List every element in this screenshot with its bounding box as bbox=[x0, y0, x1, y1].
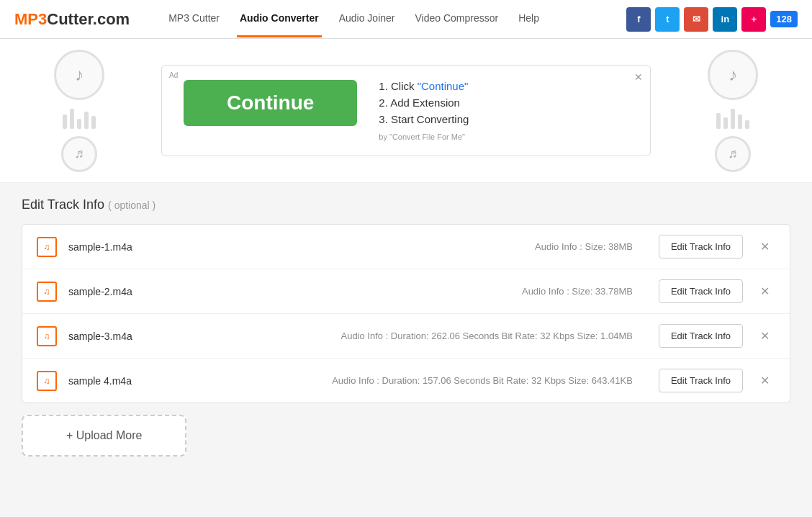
nav-help[interactable]: Help bbox=[515, 1, 542, 37]
navbar: MP3Cutter.com MP3 Cutter Audio Converter… bbox=[0, 0, 812, 39]
remove-button-3[interactable]: ✕ bbox=[754, 371, 775, 390]
music-icon-right: ♪ bbox=[708, 50, 758, 100]
share-counter: 128 bbox=[770, 11, 798, 27]
file-name-3: sample 4.m4a bbox=[68, 375, 169, 387]
logo: MP3Cutter.com bbox=[14, 10, 130, 29]
file-info-2: Audio Info : Duration: 262.06 Seconds Bi… bbox=[181, 331, 647, 341]
ad-left-decoration: ♪ ♬ bbox=[0, 39, 158, 182]
nav-video-compressor[interactable]: Video Compressor bbox=[412, 1, 502, 37]
continue-button[interactable]: Continue bbox=[184, 80, 357, 126]
section-title: Edit Track Info ( optional ) bbox=[22, 197, 790, 212]
linkedin-button[interactable]: in bbox=[713, 7, 737, 32]
ad-badge: Ad bbox=[169, 71, 178, 79]
ad-step-1: 1. Click "Continue" bbox=[379, 80, 469, 92]
ad-step-2: 2. Add Extension bbox=[379, 96, 469, 109]
file-name-2: sample-3.m4a bbox=[68, 331, 169, 342]
nav-audio-joiner[interactable]: Audio Joiner bbox=[336, 1, 398, 37]
main-content: Edit Track Info ( optional ) ♫ sample-1.… bbox=[0, 183, 812, 471]
edit-track-button-0[interactable]: Edit Track Info bbox=[659, 235, 743, 258]
ad-step-1-highlight: "Continue" bbox=[418, 80, 469, 92]
nav-mp3-cutter[interactable]: MP3 Cutter bbox=[166, 1, 222, 37]
email-button[interactable]: ✉ bbox=[684, 7, 708, 32]
file-icon-2: ♫ bbox=[37, 326, 57, 346]
upload-more-button[interactable]: + Upload More bbox=[22, 415, 186, 457]
file-name-0: sample-1.m4a bbox=[68, 241, 169, 253]
table-row: ♫ sample-3.m4a Audio Info : Duration: 26… bbox=[22, 314, 790, 359]
remove-button-0[interactable]: ✕ bbox=[754, 237, 775, 256]
file-name-1: sample-2.m4a bbox=[68, 286, 169, 297]
music-icon-right-2: ♬ bbox=[715, 136, 751, 172]
twitter-button[interactable]: t bbox=[655, 7, 680, 32]
optional-label: ( optional ) bbox=[108, 199, 155, 211]
ad-close-icon[interactable]: ✕ bbox=[634, 71, 643, 83]
facebook-button[interactable]: f bbox=[626, 7, 651, 32]
ad-banner: ♪ ♬ Ad ✕ Continue 1. Click "Continue" 2.… bbox=[0, 39, 812, 183]
ad-steps: 1. Click "Continue" 2. Add Extension 3. … bbox=[379, 80, 469, 141]
remove-button-1[interactable]: ✕ bbox=[754, 282, 775, 301]
ad-step-3: 3. Start Converting bbox=[379, 113, 469, 125]
edit-track-button-3[interactable]: Edit Track Info bbox=[659, 369, 743, 392]
file-icon-1: ♫ bbox=[37, 282, 57, 302]
ad-right-decoration: ♪ ♬ bbox=[654, 39, 812, 182]
file-info-0: Audio Info : Size: 38MB bbox=[181, 241, 647, 252]
more-button[interactable]: + bbox=[741, 7, 766, 32]
music-bars-right bbox=[716, 107, 749, 129]
file-icon-0: ♫ bbox=[37, 237, 57, 257]
music-icon-left-2: ♬ bbox=[61, 136, 97, 172]
file-info-1: Audio Info : Size: 33.78MB bbox=[181, 286, 647, 297]
ad-inner: Continue 1. Click "Continue" 2. Add Exte… bbox=[184, 80, 469, 141]
file-icon-3: ♫ bbox=[37, 371, 57, 391]
table-row: ♫ sample 4.m4a Audio Info : Duration: 15… bbox=[22, 359, 790, 403]
ad-content: Ad ✕ Continue 1. Click "Continue" 2. Add… bbox=[161, 65, 651, 156]
file-info-3: Audio Info : Duration: 157.06 Seconds Bi… bbox=[181, 375, 647, 386]
edit-track-button-1[interactable]: Edit Track Info bbox=[659, 279, 743, 303]
table-row: ♫ sample-1.m4a Audio Info : Size: 38MB E… bbox=[22, 225, 790, 269]
music-bars-left bbox=[63, 107, 96, 129]
file-list: ♫ sample-1.m4a Audio Info : Size: 38MB E… bbox=[22, 224, 790, 403]
logo-prefix: MP3 bbox=[14, 10, 47, 28]
logo-suffix: Cutter.com bbox=[47, 10, 130, 28]
edit-track-button-2[interactable]: Edit Track Info bbox=[659, 324, 743, 348]
social-buttons: f t ✉ in + 128 bbox=[626, 7, 798, 32]
nav-audio-converter[interactable]: Audio Converter bbox=[237, 1, 322, 37]
remove-button-2[interactable]: ✕ bbox=[754, 326, 775, 346]
ad-by: by "Convert File For Me" bbox=[379, 132, 469, 141]
nav-links: MP3 Cutter Audio Converter Audio Joiner … bbox=[166, 1, 612, 37]
table-row: ♫ sample-2.m4a Audio Info : Size: 33.78M… bbox=[22, 269, 790, 314]
section-title-text: Edit Track Info bbox=[22, 197, 104, 212]
music-icon-left: ♪ bbox=[54, 50, 104, 100]
